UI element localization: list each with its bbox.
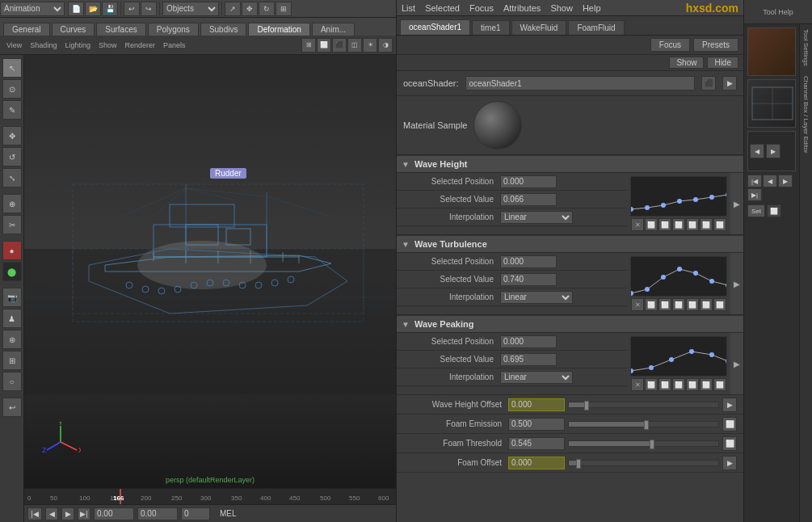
wh-offset-end-btn[interactable]: ▶ bbox=[722, 398, 737, 412]
foam-emission-slider[interactable] bbox=[568, 421, 719, 427]
vt-wire-btn[interactable]: ⬜ bbox=[317, 38, 331, 53]
rotate-btn[interactable]: ↻ bbox=[259, 2, 275, 16]
menu-show[interactable]: Show bbox=[550, 3, 573, 13]
thumb-2[interactable] bbox=[747, 79, 796, 128]
vt-shade-btn[interactable]: ⬛ bbox=[332, 38, 347, 53]
select-tool[interactable]: ↖ bbox=[2, 58, 22, 78]
scale-tool[interactable]: ⤡ bbox=[2, 168, 22, 187]
wh-curve-btn4[interactable]: ⬜ bbox=[672, 218, 685, 231]
menu-list[interactable]: List bbox=[402, 3, 415, 13]
wh-curve-btn2[interactable]: ⬜ bbox=[645, 218, 658, 231]
paint-tool[interactable]: ✎ bbox=[2, 100, 22, 120]
wt-curve-btn6[interactable]: ⬜ bbox=[700, 298, 713, 311]
select-btn[interactable]: ↗ bbox=[225, 2, 241, 16]
foam-threshold-input[interactable] bbox=[508, 437, 565, 450]
lasso-tool[interactable]: ⊙ bbox=[2, 79, 22, 99]
pb-back[interactable]: ◀ bbox=[763, 175, 777, 187]
set-icon-btn[interactable]: ⬜ bbox=[767, 204, 781, 217]
nav-thumb-back[interactable]: ◀ bbox=[750, 144, 764, 158]
wp-expand-btn[interactable]: ▶ bbox=[730, 333, 743, 394]
wt-sel-val-input[interactable] bbox=[500, 273, 557, 286]
wp-curve-btn7[interactable]: ⬜ bbox=[713, 378, 726, 391]
menu-attributes[interactable]: Attributes bbox=[503, 3, 541, 13]
menu-help[interactable]: Help bbox=[583, 3, 601, 13]
set-btn[interactable]: Set bbox=[747, 204, 765, 217]
frame-val-1[interactable] bbox=[94, 507, 134, 520]
wh-curve-btn7[interactable]: ⬜ bbox=[713, 218, 726, 231]
red-btn[interactable]: ● bbox=[2, 241, 22, 260]
menu-selected[interactable]: Selected bbox=[425, 3, 460, 13]
history-tool[interactable]: ↩ bbox=[2, 398, 22, 417]
wt-curve-btn4[interactable]: ⬜ bbox=[672, 298, 685, 311]
channel-box-tab[interactable]: Channel Box / Layer Editor bbox=[801, 71, 811, 158]
mode-select[interactable]: Animation bbox=[0, 2, 65, 16]
view-menu[interactable]: View bbox=[3, 41, 25, 49]
cam-tool[interactable]: 📷 bbox=[2, 288, 22, 307]
wh-curve-btn3[interactable]: ⬜ bbox=[658, 218, 671, 231]
rotate-tool[interactable]: ↺ bbox=[2, 147, 22, 166]
vt-shadow-btn[interactable]: ◑ bbox=[378, 38, 393, 53]
foam-threshold-slider[interactable] bbox=[568, 440, 719, 447]
wh-curve-btn1[interactable]: ✕ bbox=[631, 218, 644, 231]
wave-peaking-curve[interactable] bbox=[630, 336, 727, 377]
wp-curve-btn1[interactable]: ✕ bbox=[631, 378, 644, 391]
wave-height-header[interactable]: ▼ Wave Height bbox=[397, 155, 743, 173]
open-btn[interactable]: 📂 bbox=[85, 2, 101, 16]
tab-ocean-shader[interactable]: oceanShader1 bbox=[400, 19, 470, 35]
undo-btn[interactable]: ↩ bbox=[124, 2, 140, 16]
tab-deformation[interactable]: Deformation bbox=[248, 23, 309, 36]
wh-sel-pos-input[interactable] bbox=[500, 175, 557, 188]
char-tool[interactable]: ♟ bbox=[2, 309, 22, 328]
step-fwd-btn[interactable]: ▶| bbox=[78, 507, 90, 520]
tab-subdivs[interactable]: Subdivs bbox=[200, 23, 247, 36]
show-button[interactable]: Show bbox=[669, 57, 704, 69]
shader-icon-btn1[interactable]: ⬛ bbox=[701, 76, 716, 91]
new-btn[interactable]: 📄 bbox=[68, 2, 84, 16]
presets-button[interactable]: Presets bbox=[693, 38, 738, 52]
menu-focus[interactable]: Focus bbox=[469, 3, 494, 13]
rewind-btn[interactable]: |◀ bbox=[27, 507, 42, 520]
thumb-1[interactable] bbox=[747, 27, 796, 76]
foam-emission-end-btn[interactable]: ⬜ bbox=[722, 417, 737, 431]
redo-btn[interactable]: ↪ bbox=[141, 2, 157, 16]
tab-general[interactable]: General bbox=[3, 23, 50, 36]
wp-curve-btn3[interactable]: ⬜ bbox=[658, 378, 671, 391]
renderer-menu[interactable]: Renderer bbox=[121, 41, 158, 49]
wh-curve-btn6[interactable]: ⬜ bbox=[700, 218, 713, 231]
extrude-tool[interactable]: ⊕ bbox=[2, 194, 22, 213]
shading-menu[interactable]: Shading bbox=[27, 41, 60, 49]
wp-curve-btn6[interactable]: ⬜ bbox=[700, 378, 713, 391]
hide-button[interactable]: Hide bbox=[707, 57, 738, 69]
wp-interp-select[interactable]: Linear bbox=[500, 371, 573, 384]
wh-interp-select[interactable]: Linear bbox=[500, 211, 573, 224]
shader-icon-btn2[interactable]: ▶ bbox=[722, 76, 737, 91]
tab-animate[interactable]: Anim... bbox=[312, 23, 355, 36]
objects-select[interactable]: Objects bbox=[162, 2, 219, 16]
pb-fwd[interactable]: ▶| bbox=[747, 188, 762, 201]
wave-peaking-header[interactable]: ▼ Wave Peaking bbox=[397, 315, 743, 333]
wave-turbulence-header[interactable]: ▼ Wave Turbulence bbox=[397, 235, 743, 253]
wh-curve-btn5[interactable]: ⬜ bbox=[686, 218, 699, 231]
move-btn[interactable]: ✥ bbox=[242, 2, 258, 16]
show-menu[interactable]: Show bbox=[95, 41, 120, 49]
play-btn[interactable]: ▶ bbox=[61, 507, 74, 520]
wp-sel-val-input[interactable] bbox=[500, 353, 557, 366]
wh-sel-val-input[interactable] bbox=[500, 193, 557, 206]
step-back-btn[interactable]: ◀ bbox=[45, 507, 58, 520]
wp-curve-btn4[interactable]: ⬜ bbox=[672, 378, 685, 391]
green-btn[interactable]: ⬤ bbox=[2, 262, 22, 281]
vt-grid-btn[interactable]: ⊞ bbox=[301, 38, 316, 53]
wt-sel-pos-input[interactable] bbox=[500, 255, 557, 268]
foam-offset-slider[interactable] bbox=[568, 460, 719, 466]
tab-polygons[interactable]: Polygons bbox=[148, 23, 199, 36]
tab-surfaces[interactable]: Surfaces bbox=[96, 23, 145, 36]
wp-sel-pos-input[interactable] bbox=[500, 335, 557, 348]
panels-menu[interactable]: Panels bbox=[160, 41, 189, 49]
wt-curve-btn3[interactable]: ⬜ bbox=[658, 298, 671, 311]
tab-foam-fluid[interactable]: FoamFluid bbox=[568, 20, 624, 35]
frame-val-2[interactable] bbox=[137, 507, 178, 520]
circle-tool[interactable]: ○ bbox=[2, 372, 22, 391]
focus-button[interactable]: Focus bbox=[650, 38, 690, 52]
vt-tex-btn[interactable]: ◫ bbox=[347, 38, 362, 53]
tab-wake-fluid[interactable]: WakeFluid bbox=[511, 20, 567, 35]
